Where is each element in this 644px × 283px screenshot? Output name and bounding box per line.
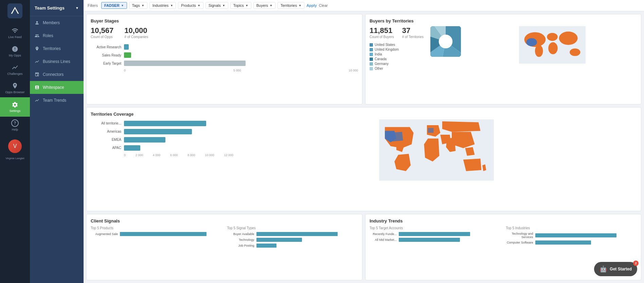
bar-label-apac: APAC <box>91 146 121 150</box>
world-map-svg-territories <box>236 119 637 181</box>
panel-nav-business-lines[interactable]: Business Lines <box>30 55 84 68</box>
sidebar-item-opps-browser[interactable]: Opps Browser <box>0 79 30 97</box>
signal-bar-container-1 <box>256 232 358 236</box>
sidebar-label-help: Help <box>12 128 18 131</box>
buyers-counts: 11,851 Count of Buyers 37 # of Territori… <box>370 26 424 39</box>
sidebar-item-help[interactable]: ? Help <box>10 117 20 134</box>
account-bar-2 <box>399 238 460 242</box>
sidebar-item-live-feed[interactable]: Live Feed <box>0 24 30 42</box>
signal-label-2: Technology <box>227 238 254 242</box>
signal-label-3: Job Posting <box>227 244 254 247</box>
bar-container-apac <box>124 145 233 151</box>
sidebar-item-settings[interactable]: Settings <box>0 97 30 117</box>
sidebar-label-settings: Settings <box>10 109 21 113</box>
territories-coverage-card: Territories Coverage All territorie... A… <box>86 107 641 212</box>
bar-label-sales-ready: Sales Ready <box>91 53 121 57</box>
account-label-1: Recently Funde... <box>370 232 397 236</box>
filter-topics[interactable]: Topics▼ <box>230 2 251 9</box>
account-bar-row-1: Recently Funde... <box>370 232 501 236</box>
industry-trends-content: Top 5 Target Accounts Recently Funde... … <box>370 226 637 246</box>
legend-label-india: India <box>375 52 382 56</box>
bar-row-all: All territorie... <box>91 121 233 126</box>
legend-item-us: United States <box>370 43 424 47</box>
bar-early-target <box>124 61 246 66</box>
legend-item-uk: United Kingdom <box>370 48 424 51</box>
legend-dot-us <box>370 43 373 47</box>
bar-all <box>124 121 206 126</box>
territories-world-map <box>236 119 637 181</box>
account-label-2: All Mid Market... <box>370 238 397 242</box>
legend-label-canada: Canada <box>375 57 387 61</box>
filter-fadser[interactable]: FADSER▼ <box>101 2 127 9</box>
filter-products[interactable]: Products▼ <box>178 2 203 9</box>
legend-item-canada: Canada <box>370 57 424 61</box>
content-area: Buyer Stages 10,567 Count of Opps 10,000… <box>84 11 644 283</box>
sidebar: Live Feed My Opps Challenges Opps Browse… <box>0 0 30 283</box>
territories-coverage-title: Territories Coverage <box>91 112 637 117</box>
buyers-stats-section: 11,851 Count of Buyers 37 # of Territori… <box>370 26 424 70</box>
bar-label-all: All territorie... <box>91 121 121 125</box>
panel-nav-whitespace-label: Whitespace <box>43 85 64 90</box>
legend-dot-india <box>370 53 373 56</box>
count-buyers-value: 11,851 <box>370 26 394 35</box>
pie-chart <box>430 26 461 57</box>
filter-industries[interactable]: Industries▼ <box>149 2 176 9</box>
signal-bar-3 <box>256 244 277 248</box>
industry-label-1: Technology and Services <box>506 232 533 239</box>
sidebar-label-my-opps: My Opps <box>9 54 21 57</box>
bar-container-active-research <box>124 44 358 50</box>
filter-territories[interactable]: Territories▼ <box>278 2 304 9</box>
filter-clear-button[interactable]: Clear <box>319 3 328 7</box>
filter-buyers[interactable]: Buyers▼ <box>253 2 275 9</box>
num-territories-label: # of Territories <box>402 35 424 39</box>
account-bar-container-1 <box>399 232 501 236</box>
account-bar-1 <box>399 232 470 236</box>
sidebar-item-my-opps[interactable]: My Opps <box>0 42 30 61</box>
num-companies-label: # of Companies <box>124 35 148 39</box>
product-label-1: Augmented Sale <box>91 232 118 236</box>
territories-coverage-inner: All territorie... Americas <box>91 119 637 181</box>
top5-industries-section: Top 5 Industries Technology and Services… <box>506 226 637 246</box>
legend-dot-canada <box>370 57 373 61</box>
bar-label-active-research: Active Research <box>91 45 121 49</box>
filter-tags[interactable]: Tags▼ <box>129 2 147 9</box>
logo-icon <box>10 6 20 16</box>
bar-emea <box>124 137 165 143</box>
app-logo <box>7 3 22 18</box>
panel-nav-whitespace[interactable]: Whitespace <box>30 81 84 94</box>
panel-nav-members[interactable]: Members <box>30 16 84 29</box>
signal-bar-container-2 <box>256 238 358 242</box>
user-avatar-section: V Virginie Langlet <box>4 134 26 163</box>
svg-point-14 <box>570 49 580 56</box>
buyers-territories-title: Buyers by Territories <box>370 18 637 23</box>
roles-icon <box>35 33 39 38</box>
filter-apply-button[interactable]: Apply <box>306 3 317 7</box>
industry-label-2: Computer Software <box>506 241 533 244</box>
industry-bar-1 <box>535 233 617 237</box>
product-bar-container-1 <box>120 232 222 236</box>
top5-signals-label: Top 5 Signal Types <box>227 226 358 230</box>
panel-nav-title: Team Settings <box>35 5 65 11</box>
sidebar-item-challenges[interactable]: Challenges <box>0 61 30 79</box>
bar-row-emea: EMEA <box>91 137 233 143</box>
panel-nav-connectors[interactable]: Connectors <box>30 68 84 81</box>
num-companies-value: 10,000 <box>124 26 148 35</box>
num-companies-block: 10,000 # of Companies <box>124 26 148 39</box>
panel-nav-team-trends[interactable]: Team Trends <box>30 94 84 107</box>
account-bar-row-2: All Mid Market... <box>370 238 501 242</box>
bar-label-early-target: Early Target <box>91 62 121 65</box>
get-started-button[interactable]: 🤖 Get Started 2 <box>594 262 637 276</box>
chevron-down-icon: ▼ <box>75 6 79 10</box>
product-bar-1 <box>120 232 207 236</box>
industry-bar-container-2 <box>535 240 637 245</box>
panel-nav-roles[interactable]: Roles <box>30 29 84 42</box>
top5-signals-section: Top 5 Signal Types Buyer Available Techn… <box>227 226 358 249</box>
members-icon <box>35 20 39 25</box>
panel-nav-business-lines-label: Business Lines <box>43 59 70 64</box>
panel-nav-territories[interactable]: Territories <box>30 42 84 55</box>
filter-signals[interactable]: Signals▼ <box>205 2 228 9</box>
signal-bar-row-1: Buyer Available <box>227 232 358 236</box>
panel-nav-roles-label: Roles <box>43 33 53 38</box>
signal-bar-2 <box>256 238 302 242</box>
avatar[interactable]: V <box>8 139 22 153</box>
